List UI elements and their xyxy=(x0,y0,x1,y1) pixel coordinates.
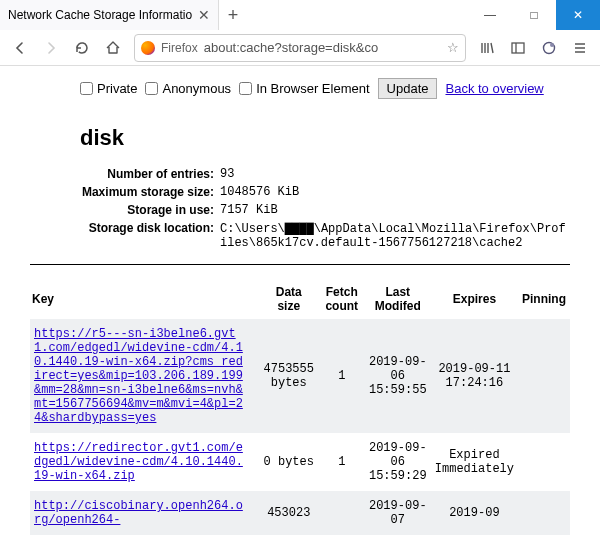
storage-meta: Number of entries: 93 Maximum storage si… xyxy=(60,167,570,250)
forward-button[interactable] xyxy=(37,34,65,62)
window-close-button[interactable]: ✕ xyxy=(556,0,600,30)
inuse-label: Storage in use: xyxy=(60,203,220,217)
entry-expires: 2019-09 xyxy=(431,491,518,535)
bookmark-star-icon[interactable]: ☆ xyxy=(447,40,459,55)
page-title: disk xyxy=(80,125,570,151)
anonymous-checkbox[interactable]: Anonymous xyxy=(145,81,231,96)
entry-size: 453023 xyxy=(259,491,319,535)
entry-modified: 2019-09-06 15:59:55 xyxy=(365,319,431,433)
entry-expires: Expired Immediately xyxy=(431,433,518,491)
update-button[interactable]: Update xyxy=(378,78,438,99)
location-value: C:\Users\▇▇▇▇\AppData\Local\Mozilla\Fire… xyxy=(220,221,570,250)
page-content: Private Anonymous In Browser Element Upd… xyxy=(0,66,600,546)
tab-close-icon[interactable]: ✕ xyxy=(198,7,210,23)
new-tab-button[interactable]: + xyxy=(219,0,247,30)
table-header-row: Key Data size Fetch count Last Modifed E… xyxy=(30,279,570,319)
entry-modified: 2019-09-07 xyxy=(365,491,431,535)
entry-key-link[interactable]: https://r5---sn-i3belne6.gvt1.com/edgedl… xyxy=(34,327,244,425)
inbrowser-checkbox[interactable]: In Browser Element xyxy=(239,81,369,96)
entry-pinning xyxy=(518,433,570,491)
maxsize-label: Maximum storage size: xyxy=(60,185,220,199)
entries-value: 93 xyxy=(220,167,570,181)
entry-expires: 2019-09-11 17:24:16 xyxy=(431,319,518,433)
title-bar: Network Cache Storage Informatio ✕ + — □… xyxy=(0,0,600,30)
entry-pinning xyxy=(518,491,570,535)
entry-key-link[interactable]: https://redirector.gvt1.com/edgedl/widev… xyxy=(34,441,244,483)
firefox-icon xyxy=(141,41,155,55)
browser-tab[interactable]: Network Cache Storage Informatio ✕ xyxy=(0,0,219,30)
inuse-value: 7157 KiB xyxy=(220,203,570,217)
entry-modified: 2019-09-06 15:59:29 xyxy=(365,433,431,491)
home-button[interactable] xyxy=(99,34,127,62)
th-expires: Expires xyxy=(431,279,518,319)
th-key: Key xyxy=(30,279,259,319)
menu-button[interactable] xyxy=(566,34,594,62)
svg-point-3 xyxy=(550,43,554,47)
controls-row: Private Anonymous In Browser Element Upd… xyxy=(30,78,570,99)
entry-fetch: 1 xyxy=(319,433,365,491)
library-button[interactable] xyxy=(473,34,501,62)
th-fetch: Fetch count xyxy=(319,279,365,319)
table-row: http://ciscobinary.openh264.org/openh264… xyxy=(30,491,570,535)
entry-fetch xyxy=(319,491,365,535)
entry-fetch: 1 xyxy=(319,319,365,433)
entry-size: 4753555 bytes xyxy=(259,319,319,433)
table-row: https://r5---sn-i3belne6.gvt1.com/edgedl… xyxy=(30,319,570,433)
location-label: Storage disk location: xyxy=(60,221,220,250)
window-maximize-button[interactable]: □ xyxy=(512,0,556,30)
url-text: about:cache?storage=disk&co xyxy=(204,40,441,55)
extension-icon[interactable] xyxy=(535,34,563,62)
th-modified: Last Modifed xyxy=(365,279,431,319)
back-to-overview-link[interactable]: Back to overview xyxy=(445,81,543,96)
th-pinning: Pinning xyxy=(518,279,570,319)
table-row: https://redirector.gvt1.com/edgedl/widev… xyxy=(30,433,570,491)
nav-toolbar: Firefox about:cache?storage=disk&co ☆ xyxy=(0,30,600,66)
th-size: Data size xyxy=(259,279,319,319)
entry-size: 0 bytes xyxy=(259,433,319,491)
separator xyxy=(30,264,570,265)
reload-button[interactable] xyxy=(68,34,96,62)
identity-label: Firefox xyxy=(161,41,198,55)
maxsize-value: 1048576 KiB xyxy=(220,185,570,199)
svg-rect-0 xyxy=(512,43,524,53)
entry-pinning xyxy=(518,319,570,433)
private-checkbox[interactable]: Private xyxy=(80,81,137,96)
entries-table: Key Data size Fetch count Last Modifed E… xyxy=(30,279,570,535)
sidebar-button[interactable] xyxy=(504,34,532,62)
entry-key-link[interactable]: http://ciscobinary.openh264.org/openh264… xyxy=(34,499,244,527)
back-button[interactable] xyxy=(6,34,34,62)
window-minimize-button[interactable]: — xyxy=(468,0,512,30)
entries-label: Number of entries: xyxy=(60,167,220,181)
url-bar[interactable]: Firefox about:cache?storage=disk&co ☆ xyxy=(134,34,466,62)
tab-title: Network Cache Storage Informatio xyxy=(8,8,192,22)
